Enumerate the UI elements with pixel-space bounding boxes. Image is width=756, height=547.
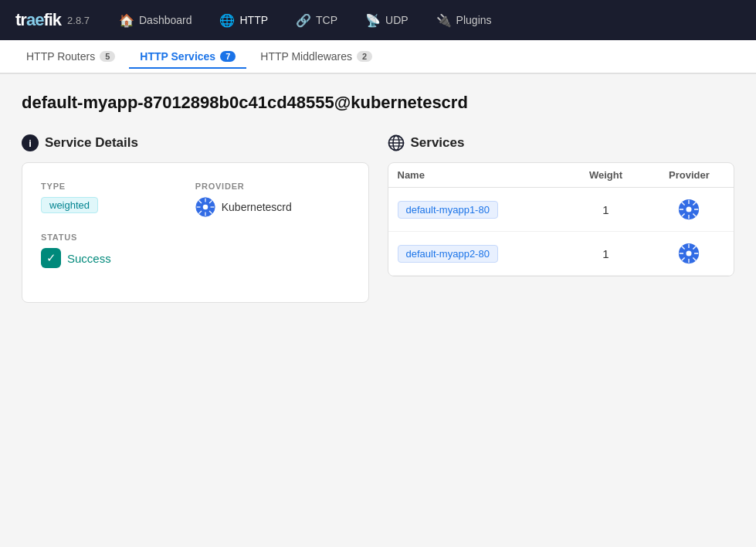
status-check-icon: ✓ <box>41 248 61 268</box>
info-icon: i <box>22 134 39 151</box>
subnav-routers-label: HTTP Routers <box>26 50 95 63</box>
services-table-header-row: Name Weight Provider <box>388 163 734 188</box>
provider-value-row: Kubernetescrd <box>195 197 350 217</box>
col-weight: Weight <box>567 163 645 188</box>
services-header: Services <box>388 134 735 151</box>
services-table-body: default-myapp1-80 1 <box>388 188 734 276</box>
service-details-section: i Service Details TYPE weighted PROVIDER <box>22 134 369 303</box>
k8s-icon-row2 <box>678 243 700 264</box>
nav-tcp[interactable]: 🔗 TCP <box>285 8 348 32</box>
tcp-icon: 🔗 <box>296 13 311 28</box>
service-name-cell-2: default-myapp2-80 <box>388 232 568 276</box>
service-weight-cell-2: 1 <box>567 232 645 276</box>
nav-dashboard-label: Dashboard <box>139 14 192 26</box>
nav-tcp-label: TCP <box>316 14 337 26</box>
service-provider-cell-1 <box>645 188 734 232</box>
subnav-middlewares-badge: 2 <box>357 51 372 62</box>
udp-icon: 📡 <box>365 13 381 28</box>
status-value-row: ✓ Success <box>41 248 350 268</box>
logo: traefik 2.8.7 <box>15 10 90 30</box>
type-value: weighted <box>41 197 98 213</box>
col-name: Name <box>388 163 568 188</box>
subnav-middlewares[interactable]: HTTP Middlewares 2 <box>249 46 383 69</box>
svg-point-26 <box>687 251 692 257</box>
type-provider-row: TYPE weighted PROVIDER <box>41 182 350 233</box>
page-title: default-myapp-87012898b0c41cd48555@kuber… <box>22 93 734 113</box>
services-card: Name Weight Provider default-myapp1-80 1 <box>388 162 735 277</box>
service-details-card: TYPE weighted PROVIDER <box>22 162 369 303</box>
logo-text: traefik <box>15 10 61 30</box>
svg-point-16 <box>687 207 692 212</box>
service-link-2[interactable]: default-myapp2-80 <box>398 245 498 263</box>
dashboard-icon: 🏠 <box>119 13 134 28</box>
status-value: Success <box>67 252 111 265</box>
svg-point-1 <box>203 205 208 210</box>
logo-version: 2.8.7 <box>67 15 90 26</box>
status-detail: STATUS ✓ Success <box>41 233 350 268</box>
nav-http[interactable]: 🌐 HTTP <box>208 8 279 32</box>
subnav-services[interactable]: HTTP Services 7 <box>129 46 246 69</box>
nav-http-label: HTTP <box>239 14 268 26</box>
services-section: Services Name Weight Provider de <box>388 134 735 303</box>
nav-plugins[interactable]: 🔌 Plugins <box>425 8 503 32</box>
service-details-header: i Service Details <box>22 134 369 151</box>
plugins-icon: 🔌 <box>436 13 452 28</box>
subnav-services-label: HTTP Services <box>140 50 215 63</box>
content-grid: i Service Details TYPE weighted PROVIDER <box>22 134 734 303</box>
subnav-routers[interactable]: HTTP Routers 5 <box>15 46 126 69</box>
provider-value: Kubernetescrd <box>222 201 292 213</box>
table-row: default-myapp2-80 1 <box>388 232 734 276</box>
subnav-services-badge: 7 <box>220 51 236 62</box>
services-table: Name Weight Provider default-myapp1-80 1 <box>388 163 734 276</box>
main-content: default-myapp-87012898b0c41cd48555@kuber… <box>0 74 756 547</box>
subnav-middlewares-label: HTTP Middlewares <box>260 50 352 63</box>
service-weight-cell-1: 1 <box>567 188 645 232</box>
services-title: Services <box>411 135 465 151</box>
http-icon: 🌐 <box>219 13 235 28</box>
status-label: STATUS <box>41 233 350 242</box>
service-details-title: Service Details <box>45 135 138 151</box>
type-label: TYPE <box>41 182 195 191</box>
nav-udp[interactable]: 📡 UDP <box>354 8 419 32</box>
provider-label: PROVIDER <box>195 182 350 191</box>
service-link-1[interactable]: default-myapp1-80 <box>398 201 498 219</box>
table-row: default-myapp1-80 1 <box>388 188 734 232</box>
provider-detail: PROVIDER <box>195 182 350 217</box>
service-provider-cell-2 <box>645 232 734 276</box>
k8s-icon <box>195 197 215 217</box>
k8s-icon-row1 <box>678 199 700 220</box>
services-table-head: Name Weight Provider <box>388 163 734 188</box>
nav-dashboard[interactable]: 🏠 Dashboard <box>108 8 203 32</box>
type-detail: TYPE weighted <box>41 182 195 217</box>
sub-navigation: HTTP Routers 5 HTTP Services 7 HTTP Midd… <box>0 40 756 74</box>
nav-udp-label: UDP <box>385 14 409 26</box>
top-navigation: traefik 2.8.7 🏠 Dashboard 🌐 HTTP 🔗 TCP 📡… <box>0 0 756 40</box>
subnav-routers-badge: 5 <box>100 51 115 62</box>
service-name-cell: default-myapp1-80 <box>388 188 568 232</box>
col-provider: Provider <box>645 163 734 188</box>
nav-plugins-label: Plugins <box>456 14 492 26</box>
globe-icon <box>388 134 405 151</box>
